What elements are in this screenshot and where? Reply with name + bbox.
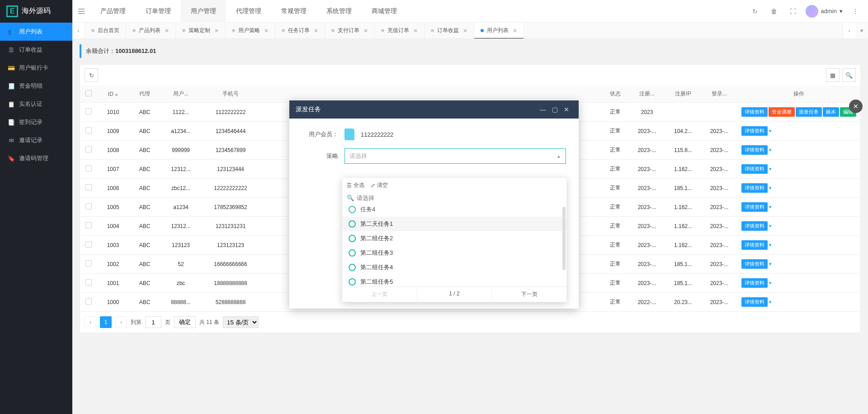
dd-option[interactable]: 任务4 — [342, 205, 566, 217]
page-size-select[interactable]: 15 条/页 — [223, 316, 259, 328]
row-checkbox[interactable] — [85, 222, 92, 228]
tab-close-icon[interactable]: ✕ — [363, 28, 368, 34]
dd-next-button[interactable]: 下一页 — [492, 287, 566, 302]
ledger-button[interactable]: 账本 — [823, 107, 839, 117]
row-checkbox[interactable] — [85, 165, 92, 171]
tab[interactable]: 策略定制✕ — [176, 23, 226, 38]
detail-button[interactable]: 详情资料 — [741, 107, 768, 117]
refresh-icon[interactable]: ↻ — [746, 0, 764, 23]
modal-close-icon[interactable]: ✕ — [561, 106, 572, 113]
fund-button[interactable]: 资金调整 — [769, 107, 795, 117]
sidebar-item[interactable]: 🔖邀请码管理 — [0, 149, 72, 167]
tab[interactable]: 充值订单✕ — [375, 23, 425, 38]
dd-option[interactable]: 第二组任务4 — [342, 260, 566, 275]
top-menu-item[interactable]: 用户管理 — [181, 0, 226, 23]
dd-search-input[interactable] — [357, 195, 562, 201]
detail-button[interactable]: 详情资料 — [741, 240, 768, 250]
more-ops-icon[interactable]: ▾ — [769, 223, 772, 228]
row-checkbox[interactable] — [85, 146, 92, 152]
page-next-icon[interactable]: › — [115, 316, 127, 328]
page-prev-icon[interactable]: ‹ — [85, 316, 96, 328]
fullscreen-icon[interactable]: ⛶ — [784, 0, 802, 23]
row-checkbox[interactable] — [85, 298, 92, 305]
dd-option[interactable]: 第二组任务5 — [342, 275, 566, 286]
col-reg[interactable]: 注册... — [629, 86, 665, 103]
row-checkbox[interactable] — [85, 203, 92, 209]
tabs-prev-icon[interactable]: ‹ — [72, 23, 85, 38]
tab[interactable]: 订单收益✕ — [425, 23, 474, 38]
panel-close-button[interactable]: ✕ — [849, 100, 863, 113]
tab[interactable]: 支付订单✕ — [325, 23, 375, 38]
sidebar-toggle-icon[interactable] — [72, 0, 90, 23]
sidebar-item[interactable]: 🧾资金明细 — [0, 77, 72, 95]
sidebar-item[interactable]: 📑签到记录 — [0, 113, 72, 131]
dd-option[interactable]: 第二组任务2 — [342, 231, 566, 246]
page-1-button[interactable]: 1 — [100, 316, 112, 328]
dd-option[interactable]: 第二组任务3 — [342, 246, 566, 260]
row-checkbox[interactable] — [85, 241, 92, 247]
more-ops-icon[interactable]: ▾ — [769, 147, 772, 152]
tabs-next-icon[interactable]: › — [843, 23, 855, 38]
col-id[interactable]: ID — [108, 91, 113, 97]
top-menu-item[interactable]: 产品管理 — [90, 0, 136, 23]
tabs-dropdown-icon[interactable]: ▾ — [855, 23, 868, 38]
tab-close-icon[interactable]: ✕ — [165, 28, 169, 34]
clear-button[interactable]: ⤢ 清空 — [371, 181, 388, 189]
more-ops-icon[interactable]: ▾ — [769, 280, 772, 286]
sidebar-item[interactable]: ☰订单收益 — [0, 41, 72, 59]
top-menu-item[interactable]: 常规管理 — [271, 0, 316, 23]
search-icon[interactable]: 🔍 — [842, 68, 856, 82]
table-refresh-icon[interactable]: ↻ — [85, 68, 98, 82]
strategy-select[interactable]: 请选择 ▲ — [344, 148, 566, 164]
detail-button[interactable]: 详情资料 — [741, 221, 768, 231]
col-login[interactable]: 登录... — [701, 86, 737, 103]
dd-option[interactable]: 第二天任务1 — [342, 217, 566, 231]
tab[interactable]: 任务订单✕ — [275, 23, 325, 38]
detail-button[interactable]: 详情资料 — [741, 202, 768, 212]
row-checkbox[interactable] — [85, 184, 92, 190]
sort-icon[interactable]: ◆ — [115, 92, 118, 97]
tab-close-icon[interactable]: ✕ — [264, 28, 269, 34]
sidebar-item[interactable]: 👥用户列表 — [0, 23, 72, 41]
admin-menu[interactable]: admin ▾ — [803, 5, 845, 18]
detail-button[interactable]: 详情资料 — [741, 183, 768, 193]
tab-close-icon[interactable]: ✕ — [513, 28, 517, 34]
tab-close-icon[interactable]: ✕ — [463, 28, 467, 34]
more-ops-icon[interactable]: ▾ — [769, 261, 772, 266]
more-ops-icon[interactable]: ▾ — [769, 299, 772, 305]
delete-icon[interactable]: 🗑 — [765, 0, 783, 23]
top-menu-item[interactable]: 商城管理 — [362, 0, 407, 23]
detail-button[interactable]: 详情资料 — [741, 278, 768, 288]
tab-close-icon[interactable]: ✕ — [214, 28, 219, 34]
col-agent[interactable]: 代理 — [129, 86, 160, 103]
top-menu-item[interactable]: 代理管理 — [226, 0, 271, 23]
sidebar-item[interactable]: ✉邀请记录 — [0, 131, 72, 149]
detail-button[interactable]: 详情资料 — [741, 164, 768, 174]
select-all-button[interactable]: ☰ 全选 — [347, 181, 364, 189]
top-menu-item[interactable]: 系统管理 — [316, 0, 362, 23]
goto-confirm-button[interactable]: 确定 — [174, 316, 196, 328]
more-ops-icon[interactable]: ▾ — [769, 185, 772, 190]
select-all-checkbox[interactable] — [85, 90, 92, 96]
row-checkbox[interactable] — [85, 108, 92, 114]
modal-min-icon[interactable]: — — [537, 106, 549, 113]
more-ops-icon[interactable]: ▾ — [769, 204, 772, 209]
tab[interactable]: 后台首页 — [85, 23, 126, 38]
detail-button[interactable]: 详情资料 — [741, 259, 768, 269]
modal-max-icon[interactable]: ▢ — [549, 106, 561, 113]
more-ops-icon[interactable]: ▾ — [769, 242, 772, 247]
col-user[interactable]: 用户... — [160, 86, 201, 103]
tab-close-icon[interactable]: ✕ — [413, 28, 418, 34]
sidebar-item[interactable]: 📋实名认证 — [0, 95, 72, 113]
detail-button[interactable]: 详情资料 — [741, 145, 768, 155]
detail-button[interactable]: 详情资料 — [741, 126, 768, 136]
col-status[interactable]: 状态 — [602, 86, 629, 103]
row-checkbox[interactable] — [85, 127, 92, 133]
row-checkbox[interactable] — [85, 279, 92, 286]
detail-button[interactable]: 详情资料 — [741, 297, 768, 307]
tab-close-icon[interactable]: ✕ — [314, 28, 318, 34]
col-phone[interactable]: 手机号 — [201, 86, 260, 103]
tab[interactable]: 用户策略✕ — [226, 23, 275, 38]
tab[interactable]: 用户列表✕ — [474, 23, 524, 38]
col-regip[interactable]: 注册IP — [665, 86, 701, 103]
